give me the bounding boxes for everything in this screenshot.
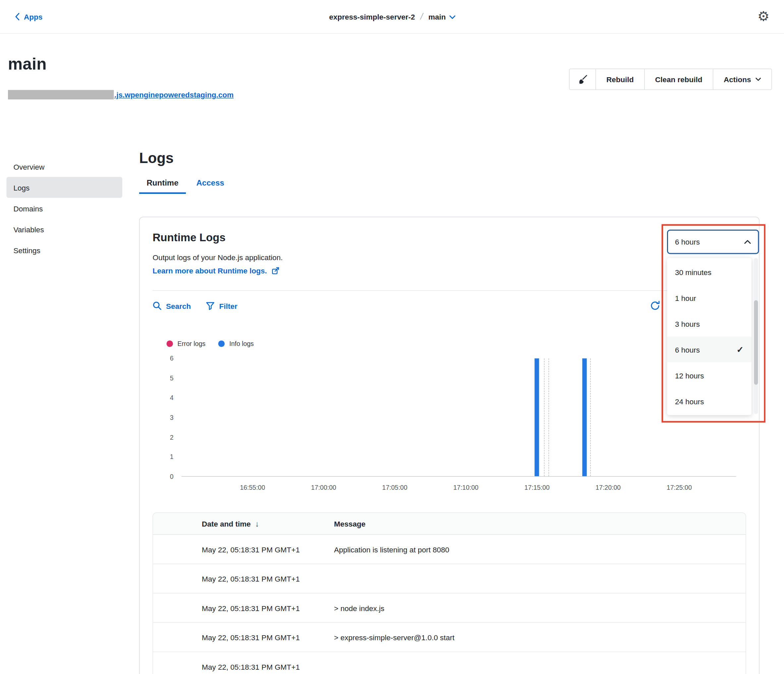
error-logs-dot-icon xyxy=(166,340,173,347)
runtime-logs-description: Output logs of your Node.js application. xyxy=(153,253,746,262)
external-link-icon xyxy=(271,266,280,275)
y-tick-label: 6 xyxy=(170,355,174,362)
log-message-cell: > node index.js xyxy=(334,604,745,612)
menu-option-1-hour[interactable]: 1 hour xyxy=(667,285,751,311)
menu-option-label: 12 hours xyxy=(675,371,704,380)
card-divider xyxy=(153,290,746,291)
search-button[interactable]: Search xyxy=(153,301,191,310)
redaction-box xyxy=(8,90,114,100)
environment-name: main xyxy=(428,12,446,21)
clear-cache-button[interactable] xyxy=(569,69,596,90)
runtime-logs-card: Runtime Logs Output logs of your Node.js… xyxy=(139,217,759,674)
chevron-up-icon xyxy=(744,240,751,244)
menu-option-label: 3 hours xyxy=(675,319,700,328)
app-root: Apps express-simple-server-2 / main ⚙ ma… xyxy=(0,0,784,674)
log-message-cell: > express-simple-server@1.0.0 start xyxy=(334,633,745,641)
log-time-cell: May 22, 05:18:31 PM GMT+1 xyxy=(202,663,334,671)
runtime-logs-chart: 0123456 16:55:0017:00:0017:05:0017:10:00… xyxy=(153,353,746,498)
settings-gear-icon[interactable]: ⚙ xyxy=(758,10,769,23)
chart-x-axis: 16:55:0017:00:0017:05:0017:10:0017:15:00… xyxy=(182,484,736,493)
logs-page-title: Logs xyxy=(139,150,759,167)
runtime-logs-title: Runtime Logs xyxy=(153,231,746,244)
log-time-cell: May 22, 05:18:31 PM GMT+1 xyxy=(202,604,334,612)
broom-icon xyxy=(577,74,588,85)
log-table-body: May 22, 05:18:31 PM GMT+1Application is … xyxy=(153,535,745,674)
info-logs-dot-icon xyxy=(218,340,225,347)
log-time-cell: May 22, 05:18:31 PM GMT+1 xyxy=(202,574,334,583)
clean-rebuild-button[interactable]: Clean rebuild xyxy=(644,69,713,90)
breadcrumb-app-name[interactable]: express-simple-server-2 xyxy=(329,12,415,21)
y-tick-label: 2 xyxy=(170,433,174,441)
legend-label: Info logs xyxy=(229,340,254,347)
logs-toolbar: Search Filter xyxy=(153,300,746,312)
top-bar: Apps express-simple-server-2 / main ⚙ xyxy=(0,0,784,34)
logs-tabs: RuntimeAccess xyxy=(139,179,759,194)
time-range-select[interactable]: 6 hours xyxy=(667,230,759,254)
learn-more-link[interactable]: Learn more about Runtime logs. xyxy=(153,266,280,275)
chevron-left-icon xyxy=(15,13,20,20)
y-tick-label: 5 xyxy=(170,374,174,382)
y-tick-label: 0 xyxy=(170,473,174,481)
sidebar: OverviewLogsDomainsVariablesSettings xyxy=(0,149,139,260)
menu-option-label: 1 hour xyxy=(675,294,696,302)
log-message-cell: Application is listening at port 8080 xyxy=(334,545,745,554)
header-actions-group: Rebuild Clean rebuild Actions xyxy=(569,68,772,90)
menu-option-label: 6 hours xyxy=(675,345,700,354)
actions-menu-button[interactable]: Actions xyxy=(713,69,772,90)
filter-icon xyxy=(206,301,215,310)
app-url-visible-text: .js.wpenginepoweredstaging.com xyxy=(114,90,233,99)
refresh-icon[interactable] xyxy=(650,300,661,311)
column-date-time[interactable]: Date and time ↓ xyxy=(202,519,334,528)
chart-y-axis: 0123456 xyxy=(153,358,177,477)
dashed-marker xyxy=(590,358,591,476)
x-tick-label: 17:20:00 xyxy=(596,484,621,492)
app-url-link[interactable]: .js.wpenginepoweredstaging.com xyxy=(8,90,233,100)
log-time-cell: May 22, 05:18:31 PM GMT+1 xyxy=(202,633,334,641)
table-row: May 22, 05:18:31 PM GMT+1 xyxy=(153,652,745,674)
y-tick-label: 3 xyxy=(170,414,174,422)
x-tick-label: 17:25:00 xyxy=(667,484,692,492)
tab-access[interactable]: Access xyxy=(189,179,232,194)
menu-option-label: 24 hours xyxy=(675,397,704,406)
environment-switcher[interactable]: main xyxy=(428,12,455,21)
menu-scrollbar-thumb[interactable] xyxy=(754,300,758,385)
sidebar-item-domains[interactable]: Domains xyxy=(7,198,123,219)
menu-option-12-hours[interactable]: 12 hours xyxy=(667,363,751,388)
log-table: Date and time ↓ Message May 22, 05:18:31… xyxy=(153,513,746,674)
back-to-apps-link[interactable]: Apps xyxy=(15,12,42,21)
rebuild-button[interactable]: Rebuild xyxy=(596,69,644,90)
legend-label: Error logs xyxy=(177,340,206,347)
page-header: main .js.wpenginepoweredstaging.com Rebu… xyxy=(0,34,784,149)
menu-option-24-hours[interactable]: 24 hours xyxy=(667,388,751,414)
menu-option-3-hours[interactable]: 3 hours xyxy=(667,311,751,337)
y-tick-label: 1 xyxy=(170,453,174,461)
menu-option-30-minutes[interactable]: 30 minutes xyxy=(667,259,751,285)
chevron-down-icon xyxy=(756,78,761,81)
menu-option-6-hours[interactable]: 6 hours✓ xyxy=(667,337,751,363)
filter-button[interactable]: Filter xyxy=(206,301,238,310)
actions-label: Actions xyxy=(724,75,751,84)
breadcrumb-separator: / xyxy=(420,12,423,22)
sidebar-item-logs[interactable]: Logs xyxy=(7,177,123,198)
table-row: May 22, 05:18:31 PM GMT+1Application is … xyxy=(153,535,745,564)
search-icon xyxy=(153,301,162,310)
learn-more-label: Learn more about Runtime logs. xyxy=(153,266,267,275)
chart-bar-info-logs xyxy=(582,358,587,476)
tab-runtime[interactable]: Runtime xyxy=(139,179,186,194)
sidebar-item-settings[interactable]: Settings xyxy=(7,240,123,260)
menu-scrollbar[interactable] xyxy=(754,258,758,414)
annotation-highlight-box: 6 hours 30 minutes1 hour3 hours6 hours✓1… xyxy=(662,224,766,423)
sidebar-item-overview[interactable]: Overview xyxy=(7,156,123,177)
table-row: May 22, 05:18:31 PM GMT+1> node index.js xyxy=(153,593,745,623)
search-label: Search xyxy=(166,302,191,310)
log-time-cell: May 22, 05:18:31 PM GMT+1 xyxy=(202,545,334,554)
x-tick-label: 17:15:00 xyxy=(524,484,550,492)
legend-info-logs: Info logs xyxy=(218,340,254,347)
legend-error-logs: Error logs xyxy=(166,340,206,347)
sidebar-item-variables[interactable]: Variables xyxy=(7,219,123,240)
chart-legend: Error logsInfo logs xyxy=(153,340,746,348)
column-message: Message xyxy=(334,520,745,528)
x-tick-label: 17:05:00 xyxy=(382,484,407,492)
table-row: May 22, 05:18:31 PM GMT+1 xyxy=(153,564,745,594)
time-range-menu: 30 minutes1 hour3 hours6 hours✓12 hours2… xyxy=(667,258,751,415)
